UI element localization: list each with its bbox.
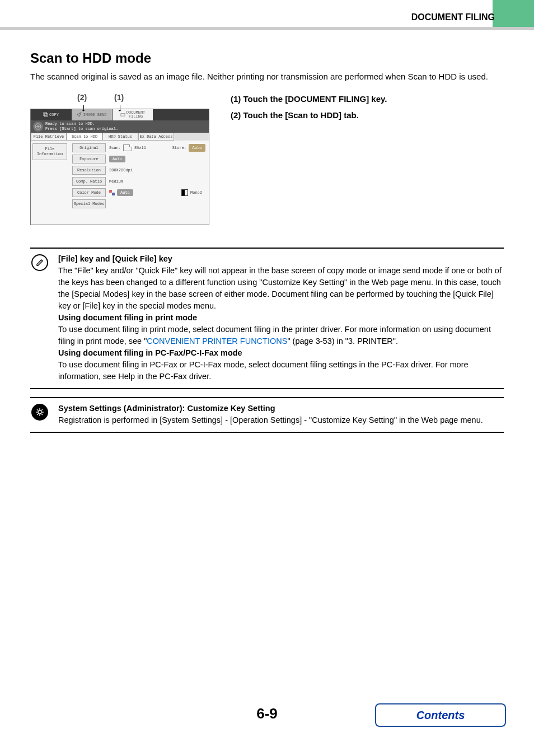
tab-copy[interactable]: COPY <box>31 109 72 120</box>
pointer-2 <box>83 105 84 111</box>
svg-line-12 <box>37 414 38 415</box>
store-auto-button[interactable]: Auto <box>189 144 205 152</box>
file-information-button[interactable]: FileInformation <box>32 143 67 160</box>
exposure-button[interactable]: Exposure <box>72 155 106 164</box>
svg-line-10 <box>41 414 43 415</box>
divider <box>0 27 534 30</box>
subtab-scan-to-hdd[interactable]: Scan to HDD <box>67 133 102 141</box>
note2-para: Registration is performed in [System Set… <box>58 416 483 424</box>
status-icon <box>33 122 43 132</box>
pointer-1 <box>120 105 120 111</box>
original-button[interactable]: Original <box>72 143 106 152</box>
note-box-tips: [File] key and [Quick File] key The "Fil… <box>30 248 504 389</box>
svg-rect-2 <box>121 114 125 116</box>
device-screenshot: (2) (1) COPY IMAGE SEND <box>30 93 209 225</box>
page-title: Scan to HDD mode <box>30 50 504 66</box>
svg-line-11 <box>41 409 43 410</box>
pencil-icon <box>31 254 48 271</box>
subtab-file-retrieve[interactable]: File Retrieve <box>31 133 67 141</box>
note1-heading2: Using document filing in print mode <box>58 313 197 322</box>
svg-point-4 <box>38 410 41 414</box>
color-swatch-icon <box>109 190 115 195</box>
svg-rect-1 <box>45 114 48 116</box>
intro-paragraph: The scanned original is saved as an imag… <box>30 71 504 83</box>
callout-2: (2) <box>77 93 87 102</box>
section-title: DOCUMENT FILING <box>411 12 495 22</box>
accent-block <box>493 0 534 27</box>
printer-functions-link[interactable]: CONVENIENT PRINTER FUNCTIONS <box>147 337 287 346</box>
color-auto-value: Auto <box>117 189 133 196</box>
store-label: Store: <box>172 146 186 150</box>
color-mode-button[interactable]: Color Mode <box>72 188 106 197</box>
note-box-system: System Settings (Administrator): Customi… <box>30 397 504 433</box>
contents-label: Contents <box>416 709 465 722</box>
resolution-value: 200X200dpi <box>109 168 133 172</box>
instructions: (1) Touch the [DOCUMENT FILING] key. (2)… <box>231 93 387 127</box>
note1-para1: The "File" key and/or "Quick File" key w… <box>58 266 502 310</box>
tab-image-send[interactable]: IMAGE SEND <box>72 109 113 120</box>
svg-rect-0 <box>44 113 46 115</box>
scan-value: 8½x11 <box>134 146 146 150</box>
note2-heading: System Settings (Administrator): Customi… <box>58 404 275 413</box>
page-content: Scan to HDD mode The scanned original is… <box>0 50 534 433</box>
mono-swatch-icon <box>181 189 188 196</box>
page-header: DOCUMENT FILING <box>0 0 534 28</box>
step-1: (1) Touch the [DOCUMENT FILING] key. <box>231 94 387 104</box>
contents-button[interactable]: Contents <box>375 703 506 727</box>
exposure-value: Auto <box>109 156 125 162</box>
note1-heading3: Using document filing in PC-Fax/PC-I-Fax… <box>58 348 242 357</box>
note1-para2b: " (page 3-53) in "3. PRINTER". <box>287 337 398 346</box>
note1-para3: To use document filing in PC-Fax or PC-I… <box>58 360 469 381</box>
gear-icon <box>31 404 48 421</box>
page-icon <box>123 144 132 151</box>
color-mono-value: Mono2 <box>190 190 202 195</box>
callout-1: (1) <box>114 93 124 102</box>
comp-ratio-button[interactable]: Comp. Ratio <box>72 177 106 186</box>
note1-heading1: [File] key and [Quick File] key <box>58 254 172 263</box>
comp-ratio-value: Medium <box>109 179 123 184</box>
svg-line-9 <box>37 409 38 410</box>
step-2: (2) Touch the [Scan to HDD] tab. <box>231 110 387 120</box>
special-modes-button[interactable]: Special Modes <box>72 199 106 208</box>
resolution-button[interactable]: Resolution <box>72 166 106 175</box>
subtab-ex-data-access[interactable]: Ex Data Access <box>138 133 174 141</box>
scan-label: Scan: <box>109 146 121 150</box>
status-text: Ready to scan to HDD.Press [Start] to sc… <box>45 122 209 131</box>
subtab-hdd-status[interactable]: HDD Status <box>102 133 138 141</box>
copy-icon <box>43 112 48 117</box>
